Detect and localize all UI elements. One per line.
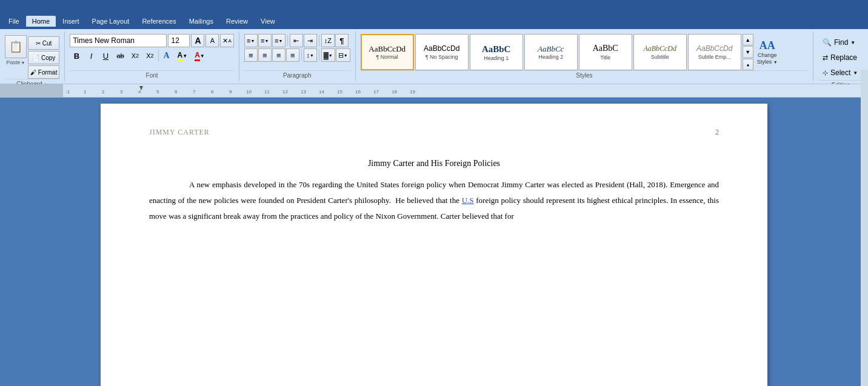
align-center-button[interactable]: ≡ (258, 48, 272, 62)
select-label: Select (830, 68, 850, 77)
align-left-button[interactable]: ≡ (244, 48, 258, 62)
multilevel-button[interactable]: ≡▼ (272, 34, 285, 47)
strikethrough-button[interactable]: ab (113, 49, 127, 62)
font-shrink-button[interactable]: A (205, 34, 219, 47)
style-title-preview: AaBbC (593, 44, 618, 54)
style-h1-label: Heading 1 (484, 55, 509, 61)
document-page: JIMMY CARTER 2 Jimmy Carter and His Fore… (101, 104, 767, 386)
style-heading2[interactable]: AaBbCc Heading 2 (524, 34, 578, 70)
page-header-title: JIMMY CARTER (149, 128, 210, 137)
show-marks-button[interactable]: ¶ (335, 34, 349, 47)
style-subtitle-preview: AaBbCcDd (643, 44, 676, 53)
style-subtitle[interactable]: AaBbCcDd Subtitle (633, 34, 687, 70)
svg-text:17: 17 (373, 89, 379, 95)
change-styles-button[interactable]: AA ChangeStyles ▼ (755, 34, 780, 70)
svg-text:18: 18 (392, 89, 397, 95)
underline-button[interactable]: U (99, 49, 112, 62)
search-icon: 🔍 (823, 38, 832, 47)
svg-text:9: 9 (229, 89, 232, 95)
paste-button[interactable]: 📋 (5, 35, 27, 58)
format-painter-button[interactable]: 🖌 Format (28, 65, 59, 79)
tab-insert[interactable]: Insert (56, 16, 85, 27)
decrease-indent-button[interactable]: ⇤ (290, 34, 303, 47)
style-title-label: Title (600, 55, 610, 61)
tab-page-layout[interactable]: Page Layout (86, 16, 136, 27)
replace-label: Replace (830, 53, 857, 62)
font-group-label: Font (70, 70, 233, 79)
styles-scroll-up[interactable]: ▲ (743, 34, 753, 45)
find-label: Find (834, 38, 848, 47)
subscript-button[interactable]: X2 (129, 49, 142, 62)
tab-home[interactable]: Home (26, 16, 56, 27)
style-title[interactable]: AaBbC Title (579, 34, 632, 70)
style-subtle-label: Subtle Emp... (698, 54, 731, 60)
superscript-button[interactable]: X2 (143, 49, 156, 62)
tab-file[interactable]: File (2, 16, 25, 27)
font-group: A A ✕A B I U ab X2 X2 A A▼ A▼ Font (65, 32, 239, 81)
font-color-button[interactable]: A▼ (192, 49, 208, 62)
style-heading1[interactable]: AaBbC Heading 1 (470, 34, 523, 70)
style-no-spacing[interactable]: AaBbCcDd ¶ No Spacing (415, 34, 469, 70)
numbering-button[interactable]: ≡▼ (258, 34, 272, 47)
font-grow-button[interactable]: A (191, 34, 204, 47)
document-content[interactable]: Jimmy Carter and His Foreign Policies A … (149, 155, 719, 224)
italic-button[interactable]: I (84, 49, 98, 62)
word-tabs: File Home Insert Page Layout References … (0, 13, 868, 29)
para-row1: ≡▼ ≡▼ ≡▼ ⇤ ⇥ ↕Z ¶ (244, 34, 350, 47)
us-link[interactable]: U.S (462, 196, 474, 205)
clear-format-button[interactable]: ✕A (220, 34, 233, 47)
style-subtle-emphasis[interactable]: AaBbCcDd Subtle Emp... (688, 34, 741, 70)
bold-button[interactable]: B (70, 49, 83, 62)
highlight-button[interactable]: A▼ (175, 49, 191, 62)
sort-button[interactable]: ↕Z (321, 34, 335, 47)
styles-group-label: Styles (361, 70, 808, 79)
page-header: JIMMY CARTER 2 (149, 128, 719, 137)
svg-text:8: 8 (211, 89, 214, 95)
line-spacing-button[interactable]: ↕▼ (304, 48, 317, 62)
style-nospace-preview: AaBbCcDd (424, 44, 459, 53)
paragraph-group: ≡▼ ≡▼ ≡▼ ⇤ ⇥ ↕Z ¶ ≡ ≡ ≡ ≡ ↕▼ ▓▼ ⊟▼ (239, 32, 356, 81)
bullets-button[interactable]: ≡▼ (244, 34, 258, 47)
tab-view[interactable]: View (255, 16, 281, 27)
svg-text:1: 1 (84, 89, 87, 95)
tab-review[interactable]: Review (220, 16, 254, 27)
font-name-input[interactable] (70, 34, 167, 47)
align-right-button[interactable]: ≡ (272, 48, 285, 62)
svg-text:2: 2 (102, 89, 105, 95)
svg-text:13: 13 (301, 89, 306, 95)
vertical-scrollbar[interactable] (861, 70, 868, 386)
borders-button[interactable]: ⊟▼ (336, 48, 350, 62)
style-h1-preview: AaBbC (482, 44, 511, 55)
cut-button[interactable]: ✂ Cut (28, 36, 59, 50)
shading-button[interactable]: ▓▼ (321, 48, 335, 62)
svg-text:4: 4 (138, 89, 141, 95)
style-normal[interactable]: AaBbCcDd ¶ Normal (361, 34, 414, 70)
font-size-input[interactable] (168, 34, 190, 47)
document-body[interactable]: A new emphasis developed in the 70s rega… (149, 177, 719, 224)
svg-text:7: 7 (193, 89, 196, 95)
increase-indent-button[interactable]: ⇥ (304, 34, 317, 47)
change-styles-label: ChangeStyles ▼ (757, 52, 778, 65)
styles-more[interactable]: ⬥ (743, 59, 753, 70)
select-icon: ⊹ (823, 69, 828, 77)
svg-text:5: 5 (156, 89, 159, 95)
select-button[interactable]: ⊹ Select ▼ (818, 65, 863, 80)
style-normal-preview: AaBbCcDd (369, 44, 406, 54)
find-button[interactable]: 🔍 Find ▼ (818, 35, 863, 50)
copy-button[interactable]: 📄 Copy (28, 51, 59, 64)
style-nospace-label: ¶ No Spacing (426, 54, 458, 60)
paragraph-group-label: Paragraph (244, 70, 350, 79)
style-subtle-preview: AaBbCcDd (696, 44, 732, 53)
ribbon: 📋 Paste▼ ✂ Cut 📄 Copy 🖌 Format Clipboard… (0, 29, 868, 84)
style-normal-label: ¶ Normal (376, 54, 398, 60)
svg-text:-1: -1 (65, 89, 70, 95)
replace-button[interactable]: ⇄ Replace (818, 50, 863, 65)
styles-scroll-down[interactable]: ▼ (743, 46, 753, 58)
font-format-row: B I U ab X2 X2 A A▼ A▼ (70, 48, 233, 63)
tab-mailings[interactable]: Mailings (183, 16, 219, 27)
tab-references[interactable]: References (136, 16, 182, 27)
text-effects-button[interactable]: A (160, 49, 173, 62)
justify-button[interactable]: ≡ (286, 48, 299, 62)
svg-text:11: 11 (264, 89, 270, 95)
styles-group: AaBbCcDd ¶ Normal AaBbCcDd ¶ No Spacing … (356, 32, 813, 81)
